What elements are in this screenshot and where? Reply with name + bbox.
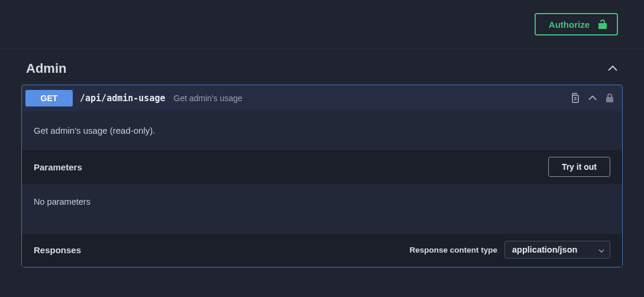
chevron-up-icon bbox=[607, 65, 618, 72]
response-content-type-select[interactable]: application/json bbox=[504, 241, 610, 259]
responses-bar: Responses Response content type applicat… bbox=[22, 234, 622, 267]
operation-path: /api/admin-usage bbox=[80, 93, 166, 104]
parameters-label: Parameters bbox=[34, 162, 82, 172]
responses-label: Responses bbox=[34, 245, 81, 255]
parameters-bar: Parameters Try it out bbox=[22, 150, 622, 184]
section-title: Admin bbox=[26, 61, 66, 76]
response-content-type-label: Response content type bbox=[409, 246, 497, 254]
unlock-icon bbox=[598, 19, 607, 30]
no-parameters-text: No parameters bbox=[22, 184, 622, 234]
copy-icon[interactable] bbox=[570, 93, 580, 104]
lock-icon[interactable] bbox=[606, 93, 614, 103]
section-header-admin[interactable]: Admin bbox=[21, 49, 623, 85]
operation-summary: Get admin's usage bbox=[174, 93, 242, 103]
operation-block: GET /api/admin-usage Get admin's usage bbox=[21, 85, 623, 267]
operation-description: Get admin's usage (read-only). bbox=[22, 111, 622, 150]
operation-header[interactable]: GET /api/admin-usage Get admin's usage bbox=[22, 85, 622, 111]
method-badge: GET bbox=[25, 90, 73, 106]
authorize-button[interactable]: Authorize bbox=[535, 13, 618, 35]
svg-rect-0 bbox=[572, 95, 578, 102]
try-it-out-button[interactable]: Try it out bbox=[548, 157, 610, 177]
chevron-up-icon[interactable] bbox=[588, 95, 597, 102]
authorize-label: Authorize bbox=[549, 20, 590, 30]
